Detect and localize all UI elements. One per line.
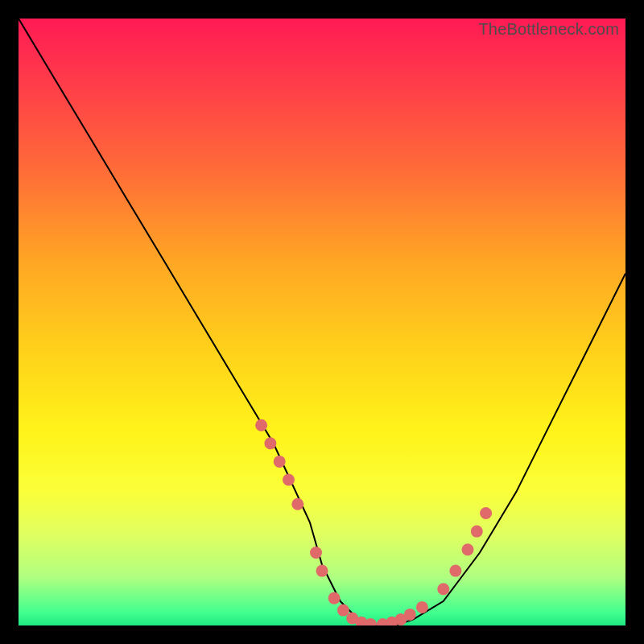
highlight-dots: [255, 419, 492, 625]
curve-line: [19, 19, 625, 625]
highlight-dot: [471, 526, 483, 538]
highlight-dot: [291, 498, 303, 510]
highlight-dot: [337, 605, 349, 617]
highlight-dot: [255, 419, 267, 431]
highlight-dot: [404, 609, 416, 621]
highlight-dot: [328, 592, 341, 605]
plot-frame: TheBottleneck.com: [19, 19, 625, 625]
highlight-dot: [416, 601, 428, 613]
highlight-dot: [274, 456, 286, 468]
highlight-dot: [480, 507, 492, 519]
highlight-dot: [449, 565, 461, 577]
highlight-dot: [462, 543, 474, 555]
highlight-dot: [437, 583, 449, 595]
highlight-dot: [316, 565, 328, 577]
chart-svg: [19, 19, 625, 625]
highlight-dot: [310, 547, 322, 559]
highlight-dot: [264, 437, 276, 449]
highlight-dot: [283, 474, 295, 486]
